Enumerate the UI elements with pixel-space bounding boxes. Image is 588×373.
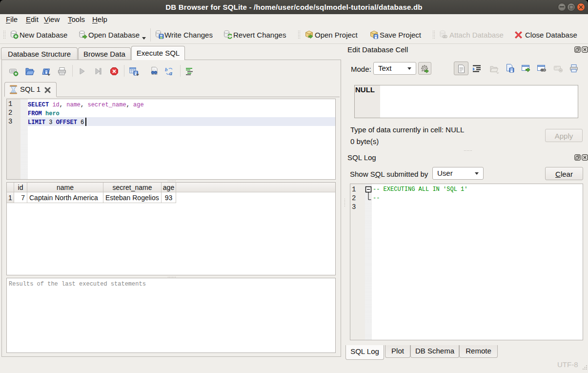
svg-text:a: a (169, 70, 172, 76)
svg-text:b: b (165, 66, 168, 72)
